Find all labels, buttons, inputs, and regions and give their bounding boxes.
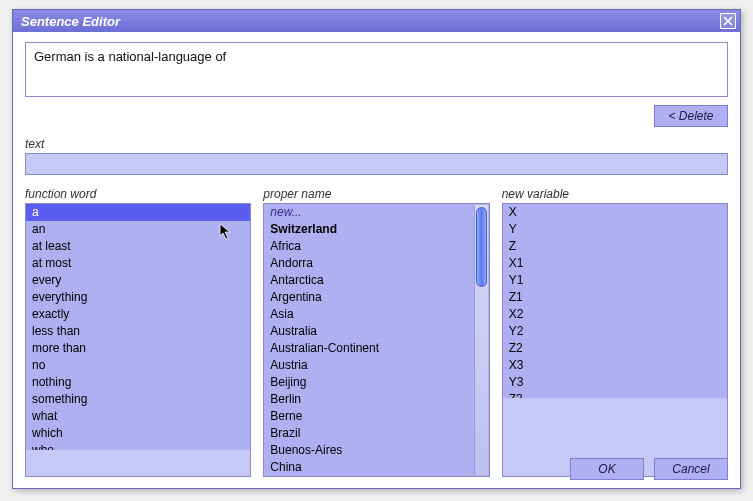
scrollbar[interactable] xyxy=(474,205,488,475)
proper-name-column: proper name new...SwitzerlandAfricaAndor… xyxy=(263,187,489,477)
proper-name-list[interactable]: new...SwitzerlandAfricaAndorraAntarctica… xyxy=(263,203,489,477)
proper-name-item[interactable]: Australia xyxy=(264,323,488,340)
proper-name-item[interactable]: Berlin xyxy=(264,391,488,408)
proper-name-item[interactable]: Buenos-Aires xyxy=(264,442,488,459)
function-word-item[interactable]: everything xyxy=(26,289,250,306)
text-input[interactable] xyxy=(25,153,728,175)
proper-name-item[interactable]: Switzerland xyxy=(264,221,488,238)
function-word-list[interactable]: aanat leastat mosteveryeverythingexactly… xyxy=(25,203,251,477)
proper-name-item[interactable]: Beijing xyxy=(264,374,488,391)
scroll-thumb[interactable] xyxy=(476,207,487,287)
function-word-item[interactable]: every xyxy=(26,272,250,289)
function-word-item[interactable]: what xyxy=(26,408,250,425)
new-variable-column: new variable XYZX1Y1Z1X2Y2Z2X3Y3Z3 xyxy=(502,187,728,477)
proper-name-item[interactable]: Africa xyxy=(264,238,488,255)
new-variable-item[interactable]: X2 xyxy=(503,306,727,323)
function-word-label: function word xyxy=(25,187,251,201)
sentence-editor-window: Sentence Editor German is a national-lan… xyxy=(12,9,741,489)
sentence-display: German is a national-language of xyxy=(25,42,728,97)
titlebar[interactable]: Sentence Editor xyxy=(13,10,740,32)
new-variable-list[interactable]: XYZX1Y1Z1X2Y2Z2X3Y3Z3 xyxy=(502,203,728,477)
new-variable-item[interactable]: X1 xyxy=(503,255,727,272)
proper-name-item[interactable]: Brazil xyxy=(264,425,488,442)
proper-name-item[interactable]: Argentina xyxy=(264,289,488,306)
function-word-item[interactable]: more than xyxy=(26,340,250,357)
text-label: text xyxy=(25,137,728,151)
close-icon[interactable] xyxy=(720,13,736,29)
function-word-item[interactable]: at least xyxy=(26,238,250,255)
proper-name-item[interactable]: Antarctica xyxy=(264,272,488,289)
ok-button[interactable]: OK xyxy=(570,458,644,480)
new-variable-item[interactable]: Y3 xyxy=(503,374,727,391)
proper-name-item[interactable]: Andorra xyxy=(264,255,488,272)
new-variable-item[interactable]: Y xyxy=(503,221,727,238)
function-word-item[interactable]: which xyxy=(26,425,250,442)
window-title: Sentence Editor xyxy=(21,14,720,29)
function-word-item[interactable]: at most xyxy=(26,255,250,272)
new-variable-label: new variable xyxy=(502,187,728,201)
delete-button[interactable]: < Delete xyxy=(654,105,728,127)
function-word-column: function word aanat leastat mosteveryeve… xyxy=(25,187,251,477)
function-word-item[interactable]: nothing xyxy=(26,374,250,391)
proper-name-item[interactable]: Berne xyxy=(264,408,488,425)
proper-name-item[interactable]: Australian-Continent xyxy=(264,340,488,357)
function-word-item[interactable]: exactly xyxy=(26,306,250,323)
new-variable-item[interactable]: Y2 xyxy=(503,323,727,340)
new-variable-item[interactable]: Z xyxy=(503,238,727,255)
sentence-text: German is a national-language of xyxy=(34,49,226,64)
function-word-item[interactable]: an xyxy=(26,221,250,238)
function-word-item[interactable]: a xyxy=(26,204,250,221)
proper-name-item[interactable]: China xyxy=(264,459,488,476)
dialog-body: German is a national-language of < Delet… xyxy=(13,32,740,485)
proper-name-item[interactable]: Asia xyxy=(264,306,488,323)
new-variable-item[interactable]: X3 xyxy=(503,357,727,374)
function-word-item[interactable]: less than xyxy=(26,323,250,340)
cancel-button[interactable]: Cancel xyxy=(654,458,728,480)
function-word-item[interactable]: something xyxy=(26,391,250,408)
proper-name-item[interactable]: Austria xyxy=(264,357,488,374)
new-variable-item[interactable]: X xyxy=(503,204,727,221)
new-variable-item[interactable]: Y1 xyxy=(503,272,727,289)
new-variable-item[interactable]: Z2 xyxy=(503,340,727,357)
function-word-item[interactable]: no xyxy=(26,357,250,374)
proper-name-new[interactable]: new... xyxy=(264,204,488,221)
proper-name-label: proper name xyxy=(263,187,489,201)
new-variable-item[interactable]: Z1 xyxy=(503,289,727,306)
